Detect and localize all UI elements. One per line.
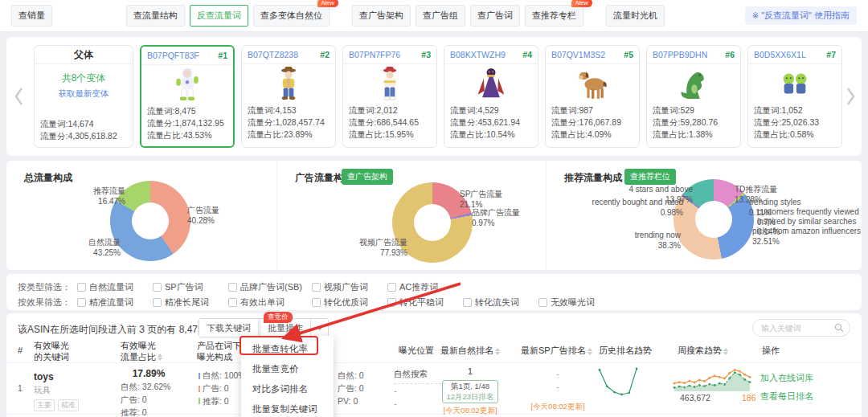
download-button-label[interactable]: 下载关键词 bbox=[199, 319, 258, 337]
top-tab-bar: 查销量 查流量结构 反查流量词 查多变体自然位 New 查广告架构 查广告组 查… bbox=[0, 0, 868, 32]
checkbox[interactable] bbox=[538, 298, 547, 307]
product-image-bullseye bbox=[546, 64, 639, 103]
ad-traffic-chart: 广告流量构成 查广告架构 SP广告流量21.1% 品牌广告流量0.97% 视频广… bbox=[277, 161, 547, 270]
filter-sb-ad-keywords[interactable]: 品牌广告词(SB) bbox=[228, 281, 312, 293]
stat-share: 流量占比:10.54% bbox=[450, 129, 532, 141]
sort-icon[interactable] bbox=[495, 348, 500, 355]
asin-link[interactable]: B07QV1M3S2 bbox=[551, 50, 605, 59]
asin-link[interactable]: B08KXTWZH9 bbox=[450, 50, 506, 59]
filter-invalid-exposure[interactable]: 无效曝光词 bbox=[538, 296, 614, 309]
tab-ad-keyword[interactable]: 查广告词 bbox=[470, 5, 520, 27]
checkbox[interactable] bbox=[77, 283, 86, 292]
asin-link[interactable]: B07PPB9DHN bbox=[653, 50, 707, 59]
checkbox[interactable] bbox=[387, 298, 396, 307]
rank-badge: #3 bbox=[421, 50, 431, 59]
tab-recommend-column[interactable]: 查推荐专栏 New bbox=[525, 5, 583, 27]
filter-precise-longtail[interactable]: 精准长尾词 bbox=[153, 296, 228, 309]
checkbox[interactable] bbox=[387, 283, 396, 292]
view-daily-rank-link[interactable]: 查看每日排名 bbox=[760, 390, 813, 403]
tab-traffic-time-machine[interactable]: 流量时光机 bbox=[606, 5, 665, 27]
checkbox[interactable] bbox=[228, 283, 237, 292]
checkbox[interactable] bbox=[463, 298, 472, 307]
keyword-cell: toys 玩具 主要 精准 bbox=[34, 370, 79, 411]
traffic-share-cell: 17.89% 自然: 32.62% 广告: 0 推荐: 0 bbox=[121, 366, 177, 417]
chart-title: 推荐流量构成 bbox=[564, 171, 622, 185]
view-ad-structure-button[interactable]: 查广告架构 bbox=[342, 169, 393, 185]
refresh-variants-link[interactable]: 获取最新变体 bbox=[35, 88, 133, 100]
col-actions: 操作 bbox=[762, 345, 780, 357]
guide-text: "反查流量词" 使用指南 bbox=[761, 10, 850, 20]
tab-traffic-structure[interactable]: 查流量结构 bbox=[126, 5, 185, 27]
checkbox[interactable] bbox=[228, 298, 237, 307]
rank-date: 12月23日排名 bbox=[446, 392, 493, 403]
variant-cards-panel: 父体 共8个变体 获取最新变体 流量词:14,674 流量分:4,305,618… bbox=[6, 37, 862, 156]
filter-ac-recommend-keywords[interactable]: AC推荐词 bbox=[387, 281, 463, 293]
tab-sales[interactable]: 查销量 bbox=[11, 5, 52, 27]
traffic-charts-panel: 总流量构成 推荐流量16.47% 广告流量40.28% 自然流量43.25% 广… bbox=[6, 161, 862, 270]
menu-item-batch-bid-check[interactable]: 批量查竞价 bbox=[241, 359, 334, 379]
usage-guide-link[interactable]: ※"反查流量词" 使用指南 bbox=[745, 6, 857, 25]
view-recommend-slots-button[interactable]: 查推荐栏位 bbox=[624, 169, 676, 185]
organic-rank-cell: 1 第1页, 1/48 12月23日排名 [今天08:02更新] bbox=[436, 366, 504, 417]
sort-icon[interactable] bbox=[588, 348, 592, 355]
filter-precise-traffic[interactable]: 精准流量词 bbox=[77, 296, 153, 309]
filter-conversion-quality[interactable]: 转化优质词 bbox=[312, 296, 387, 309]
tab-reverse-keyword[interactable]: 反查流量词 bbox=[190, 5, 248, 27]
asin-link[interactable]: B07PQFT83F bbox=[147, 51, 199, 60]
menu-item-batch-conversion-rate[interactable]: 批量查转化率 bbox=[241, 339, 334, 359]
variant-card-6[interactable]: B07PPB9DHN#6 流量词:529 流量分:59,280.76 流量占比:… bbox=[646, 45, 741, 148]
batch-actions-button[interactable]: 查竞价 批量操作 bbox=[260, 318, 329, 337]
pie-label: trending now38.3% bbox=[623, 230, 681, 251]
checkbox[interactable] bbox=[77, 298, 86, 307]
asin-link[interactable]: B07QTZ8238 bbox=[248, 50, 298, 59]
stat-share: 流量占比:4.09% bbox=[551, 129, 633, 141]
product-image-zurg bbox=[444, 64, 538, 103]
keyword-table-panel: 该ASIN在所选时间段进入前 3 页的有 8,475 个（历史累计 49,551… bbox=[6, 313, 862, 417]
pie-label: 广告流量40.28% bbox=[187, 205, 219, 226]
expo-natural: 自然: 100% bbox=[203, 370, 246, 382]
stat-score: 流量分:176,067.89 bbox=[551, 117, 633, 129]
checkbox[interactable] bbox=[312, 298, 321, 307]
filter-conversion-loss[interactable]: 转化流失词 bbox=[463, 296, 538, 309]
variant-card-4[interactable]: B08KXTWZH9#4 流量词:4,529 流量分:453,621.94 流量… bbox=[444, 45, 538, 148]
add-to-word-library-link[interactable]: 加入在线词库 bbox=[760, 371, 813, 385]
asin-link[interactable]: B07PN7FP76 bbox=[349, 50, 400, 59]
filter-video-ad-keywords[interactable]: 视频广告词 bbox=[312, 281, 387, 293]
filter-conversion-stable[interactable]: 转化平稳词 bbox=[387, 296, 463, 309]
stat-score: 流量分:4,305,618.82 bbox=[40, 130, 117, 142]
variant-card-stats: 流量词:1,052 流量分:25,026.33 流量占比:0.58% bbox=[748, 103, 841, 141]
asin-link[interactable]: B0D5XX6X1L bbox=[754, 50, 806, 59]
menu-item-compare-rankings[interactable]: 对比多词排名 bbox=[241, 379, 334, 399]
filter-natural-keywords[interactable]: 自然流量词 bbox=[77, 281, 153, 293]
batch-actions-menu: 批量查转化率 批量查竞价 对比多词排名 批量复制关键词 bbox=[241, 336, 334, 417]
weekly-trend-chart bbox=[672, 365, 752, 392]
scroll-right-icon[interactable] bbox=[844, 82, 857, 111]
variant-card-2[interactable]: B07QTZ8238#2 流量词:4,153 流量分:1,028,457.74 … bbox=[241, 45, 336, 148]
stat-keywords: 流量词:2,012 bbox=[349, 104, 431, 117]
checkbox[interactable] bbox=[153, 283, 162, 292]
scroll-left-icon[interactable] bbox=[13, 82, 26, 111]
sort-icon[interactable] bbox=[723, 348, 728, 355]
tab-ad-group[interactable]: 查广告组 bbox=[416, 5, 465, 27]
checkbox[interactable] bbox=[153, 298, 162, 307]
batch-dropdown-caret[interactable] bbox=[310, 319, 328, 337]
bid-check-badge: 查竞价 bbox=[264, 312, 293, 323]
rank-badge: #7 bbox=[826, 50, 836, 59]
variant-card-3[interactable]: B07PN7FP76#3 流量词:2,012 流量分:686,544.65 流量… bbox=[342, 45, 437, 148]
variant-card-5[interactable]: B07QV1M3S2#5 流量词:987 流量分:176,067.89 流量占比… bbox=[545, 45, 640, 148]
menu-item-batch-copy-keywords[interactable]: 批量复制关键词 bbox=[241, 399, 334, 417]
variant-card-1[interactable]: B07PQFT83F#1 流量词:8,475 流量分:1,874,132.95 … bbox=[140, 45, 235, 148]
parent-variant-card[interactable]: 父体 共8个变体 获取最新变体 流量词:14,674 流量分:4,305,618… bbox=[34, 45, 133, 148]
variant-card-list: 父体 共8个变体 获取最新变体 流量词:14,674 流量分:4,305,618… bbox=[34, 45, 842, 148]
tab-multi-variant-organic[interactable]: 查多变体自然位 New bbox=[253, 5, 330, 27]
tab-ad-structure[interactable]: 查广告架构 bbox=[352, 5, 411, 27]
sort-icon[interactable] bbox=[158, 354, 162, 361]
chevron-down-icon bbox=[317, 326, 323, 330]
variant-card-7[interactable]: B0D5XX6X1L#7 流量词:1,052 流量分:25,026.33 流量占… bbox=[747, 45, 842, 148]
row-index: 1 bbox=[18, 382, 23, 395]
share-ad: 广告: 0 bbox=[121, 394, 177, 407]
trend-value: 186 bbox=[742, 392, 756, 405]
filter-sp-ad-keywords[interactable]: SP广告词 bbox=[153, 281, 228, 293]
checkbox[interactable] bbox=[312, 283, 321, 292]
filter-effective-order[interactable]: 有效出单词 bbox=[228, 296, 312, 309]
